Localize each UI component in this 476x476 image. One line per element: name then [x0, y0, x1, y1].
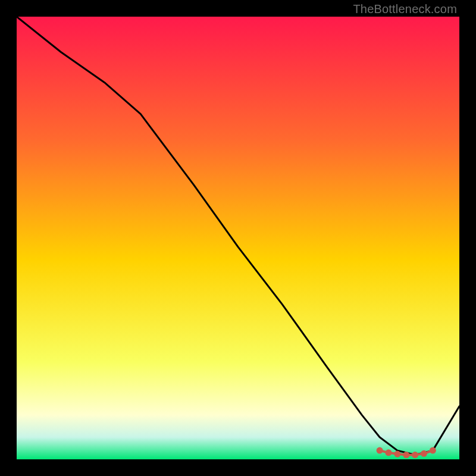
bottleneck-chart: [17, 17, 459, 459]
optimal-marker: [421, 450, 427, 457]
chart-frame: [17, 17, 459, 459]
optimal-marker: [377, 447, 383, 454]
optimal-marker: [394, 451, 400, 458]
optimal-marker: [403, 452, 409, 458]
optimal-marker: [385, 449, 392, 456]
optimal-marker: [412, 452, 418, 458]
chart-background-gradient: [17, 17, 459, 459]
watermark-text: TheBottleneck.com: [353, 2, 457, 16]
optimal-marker: [430, 447, 436, 454]
